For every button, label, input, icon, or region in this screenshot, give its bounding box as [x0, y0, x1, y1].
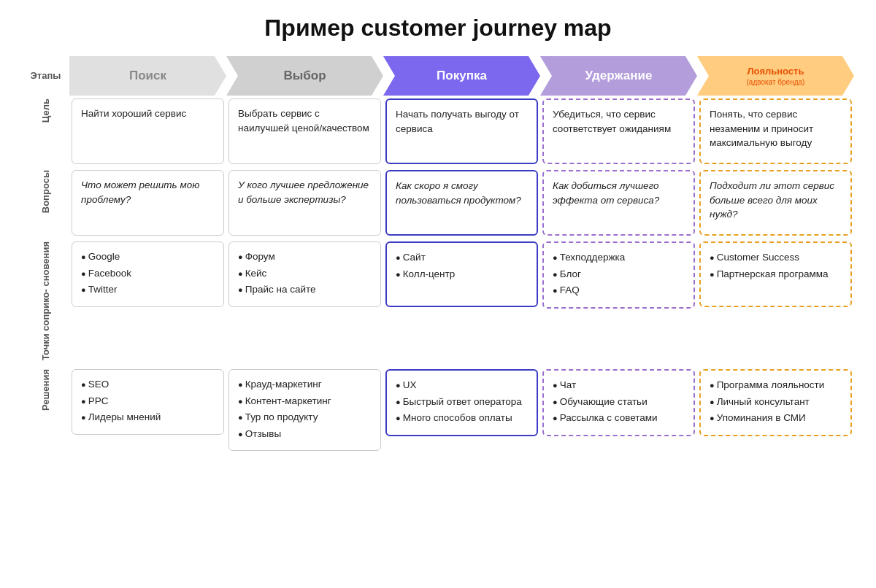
cell-box-r2-c1: ФорумКейсПрайс на сайте [228, 241, 381, 307]
list-item: PPC [81, 394, 215, 409]
list-item: Отзывы [238, 427, 372, 441]
cell-box-r2-c3: ТехподдержкаБлогFAQ [542, 241, 695, 309]
stage-purchase-arrow: Покупка [383, 56, 540, 96]
cell-box-r2-c0: GoogleFacebookTwitter [72, 241, 224, 307]
cell-r0-c0: Найти хороший сервис [69, 96, 226, 167]
cell-box-r3-c3: ЧатОбучающие статьиРассылка с советами [542, 369, 695, 436]
list-item: Twitter [81, 282, 215, 297]
stages-row: Этапы Поиск Выбор Покупка Удержание [22, 56, 854, 96]
list-item: Много способов оплаты [396, 411, 528, 425]
cell-r2-c2: СайтКолл-центр [383, 239, 540, 366]
row-0: ЦельНайти хороший сервисВыбрать сервис с… [22, 96, 854, 167]
cell-box-r1-c1: У кого лучшее предложение и больше экспе… [228, 170, 381, 236]
list-item: Техподдержка [553, 250, 685, 265]
cell-r0-c1: Выбрать сервис с наилучшей ценой/качеств… [226, 96, 383, 167]
stage-choice-arrow: Выбор [226, 56, 383, 96]
cell-r0-c4: Понять, что сервис незаменим и приносит … [697, 96, 854, 167]
cell-r1-c1: У кого лучшее предложение и больше экспе… [226, 167, 383, 239]
list-item: FAQ [553, 283, 685, 298]
cell-box-r1-c0: Что может решить мою проблему? [72, 170, 224, 236]
list-item: Прайс на сайте [238, 282, 372, 297]
cell-r1-c3: Как добиться лучшего эффекта от сервиса? [540, 167, 697, 239]
cell-box-r0-c0: Найти хороший сервис [72, 98, 224, 164]
stage-choice-cell: Выбор [226, 56, 383, 96]
cell-box-r3-c1: Крауд-маркетингКонтент-маркетингТур по п… [228, 369, 381, 451]
cell-r2-c3: ТехподдержкаБлогFAQ [540, 239, 697, 366]
stage-search-arrow: Поиск [69, 56, 226, 96]
stage-retention-arrow: Удержание [540, 56, 697, 96]
stage-search-cell: Поиск [69, 56, 226, 96]
cell-r1-c4: Подходит ли этот сервис больше всего для… [697, 167, 854, 239]
list-item: Customer Success [710, 250, 842, 265]
row-2: Точки соприко- сновенияGoogleFacebookTwi… [22, 239, 854, 366]
cell-box-r3-c2: UXБыстрый ответ оператораМного способов … [385, 369, 538, 436]
list-item: Кейс [238, 266, 372, 281]
cell-r2-c1: ФорумКейсПрайс на сайте [226, 239, 383, 366]
cell-r0-c2: Начать получать выгоду от сервиса [383, 96, 540, 167]
list-item: Обучающие статьи [553, 395, 685, 409]
list-item: Крауд-маркетинг [238, 377, 372, 392]
cell-box-r0-c1: Выбрать сервис с наилучшей ценой/качеств… [228, 98, 381, 164]
row-label-0: Цель [22, 96, 69, 167]
list-item: Упоминания в СМИ [710, 411, 842, 425]
cell-box-r1-c3: Как добиться лучшего эффекта от сервиса? [542, 170, 695, 236]
list-item: UX [396, 378, 528, 392]
list-item: Блог [553, 267, 685, 282]
list-item: Контент-маркетинг [238, 394, 372, 409]
list-item: Сайт [396, 250, 528, 265]
stages-row-label: Этапы [22, 56, 69, 96]
list-item: Быстрый ответ оператора [396, 395, 528, 409]
list-item: Facebook [81, 266, 215, 281]
stage-retention-cell: Удержание [540, 56, 697, 96]
cell-box-r0-c3: Убедиться, что сервис соответствует ожид… [542, 98, 695, 164]
list-item: Чат [553, 378, 685, 392]
row-1: ВопросыЧто может решить мою проблему?У к… [22, 167, 854, 239]
cell-box-r1-c2: Как скоро я смогу пользоваться продуктом… [385, 170, 538, 236]
list-item: Партнерская программа [710, 267, 842, 282]
list-item: SEO [81, 377, 215, 392]
list-item: Лидеры мнений [81, 410, 215, 425]
cell-box-r1-c4: Подходит ли этот сервис больше всего для… [699, 170, 852, 236]
cell-box-r0-c2: Начать получать выгоду от сервиса [385, 98, 538, 164]
list-item: Форум [238, 249, 372, 264]
cell-r1-c2: Как скоро я смогу пользоваться продуктом… [383, 167, 540, 239]
list-item: Программа лояльности [710, 378, 842, 392]
cell-r3-c2: UXБыстрый ответ оператораМного способов … [383, 366, 540, 454]
cell-box-r2-c2: СайтКолл-центр [385, 241, 538, 307]
list-item: Колл-центр [396, 267, 528, 282]
page-title: Пример customer journey map [22, 15, 854, 42]
list-item: Тур по продукту [238, 410, 372, 425]
row-label-2: Точки соприко- сновения [22, 239, 69, 366]
stage-purchase-cell: Покупка [383, 56, 540, 96]
cell-box-r0-c4: Понять, что сервис незаменим и приносит … [699, 98, 852, 164]
cell-box-r3-c4: Программа лояльностиЛичный консультантУп… [699, 369, 852, 436]
cell-r3-c0: SEOPPCЛидеры мнений [69, 366, 226, 454]
stage-loyalty-arrow: Лояльность (адвокат бренда) [697, 56, 854, 96]
list-item: Рассылка с советами [553, 411, 685, 425]
cell-box-r2-c4: Customer SuccessПартнерская программа [699, 241, 852, 307]
cell-r3-c1: Крауд-маркетингКонтент-маркетингТур по п… [226, 366, 383, 454]
cell-r0-c3: Убедиться, что сервис соответствует ожид… [540, 96, 697, 167]
cell-r1-c0: Что может решить мою проблему? [69, 167, 226, 239]
cell-r3-c3: ЧатОбучающие статьиРассылка с советами [540, 366, 697, 454]
list-item: Google [81, 249, 215, 264]
row-3: РешенияSEOPPCЛидеры мненийКрауд-маркетин… [22, 366, 854, 454]
cell-r2-c0: GoogleFacebookTwitter [69, 239, 226, 366]
row-label-1: Вопросы [22, 167, 69, 239]
stage-loyalty-cell: Лояльность (адвокат бренда) [697, 56, 854, 96]
cell-r3-c4: Программа лояльностиЛичный консультантУп… [697, 366, 854, 454]
cell-box-r3-c0: SEOPPCЛидеры мнений [72, 369, 224, 435]
cell-r2-c4: Customer SuccessПартнерская программа [697, 239, 854, 366]
row-label-3: Решения [22, 366, 69, 454]
list-item: Личный консультант [710, 395, 842, 409]
cjm-table: Этапы Поиск Выбор Покупка Удержание [22, 56, 854, 454]
